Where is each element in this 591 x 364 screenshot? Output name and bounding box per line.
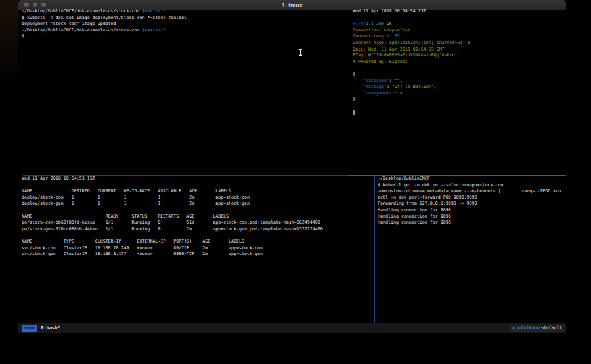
window-list-item-active[interactable]: 0:bash*: [41, 323, 60, 333]
tmux-pane-bottom-right[interactable]: ~/Desktop/DublinCNCF$ kubectl get -n dok…: [378, 176, 565, 323]
kube-context-label: minikube: [518, 325, 540, 331]
mouse-ibeam-cursor: [299, 49, 302, 56]
tmux-pane-top-right[interactable]: Wed 11 Apr 2018 10:54:54 IST HTTP/1.1 20…: [353, 9, 564, 174]
pane-divider-vertical-top[interactable]: [349, 10, 349, 175]
desktop-background: [0, 0, 18, 92]
window-title: 1. tmux: [18, 2, 566, 9]
session-name-badge[interactable]: demo: [22, 325, 37, 332]
tmux-pane-bottom-left[interactable]: Wed 11 Apr 2018 10:54:53 IST NAME DESIRE…: [22, 176, 372, 323]
terminal-window: 1. tmux ~/Desktop/DublinCNCF/dok-example…: [18, 0, 566, 333]
pane-divider-vertical-bottom[interactable]: [374, 176, 375, 323]
kube-namespace-label: :default: [540, 325, 562, 331]
pane-divider-horizontal-right[interactable]: [349, 175, 566, 176]
status-right-section: ⎈ minikube:default: [510, 325, 564, 332]
tmux-status-bar: demo 0:bash* ⎈ minikube:default: [18, 323, 566, 333]
pane-divider-horizontal-left[interactable]: [23, 175, 349, 176]
tmux-pane-top-left[interactable]: ~/Desktop/DublinCNCF/dok-example-us/stoc…: [22, 9, 347, 174]
